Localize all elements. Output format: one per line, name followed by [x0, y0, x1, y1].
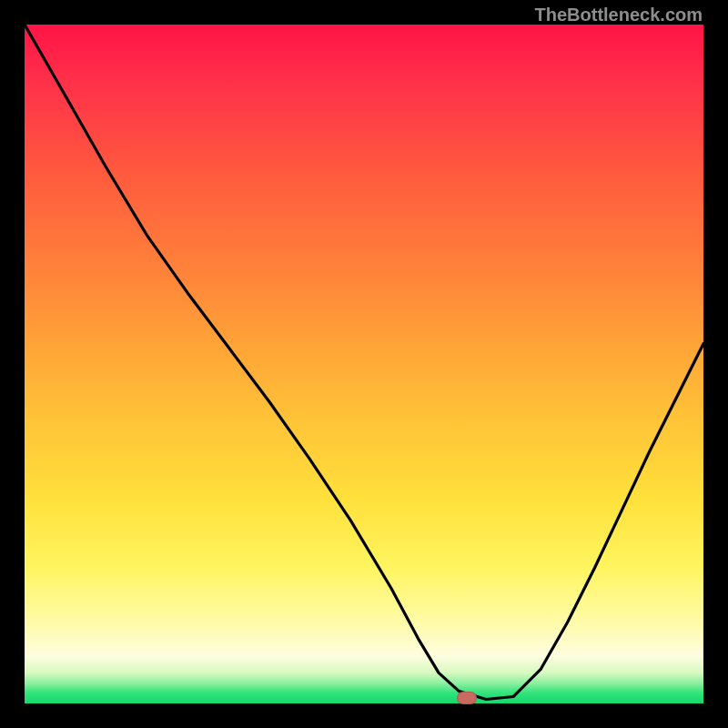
plot-area [25, 25, 703, 703]
optimum-marker [457, 692, 477, 704]
watermark-label: TheBottleneck.com [535, 5, 703, 25]
curve-svg [25, 25, 703, 703]
bottleneck-curve [25, 25, 703, 700]
chart-frame: TheBottleneck.com [0, 0, 728, 728]
